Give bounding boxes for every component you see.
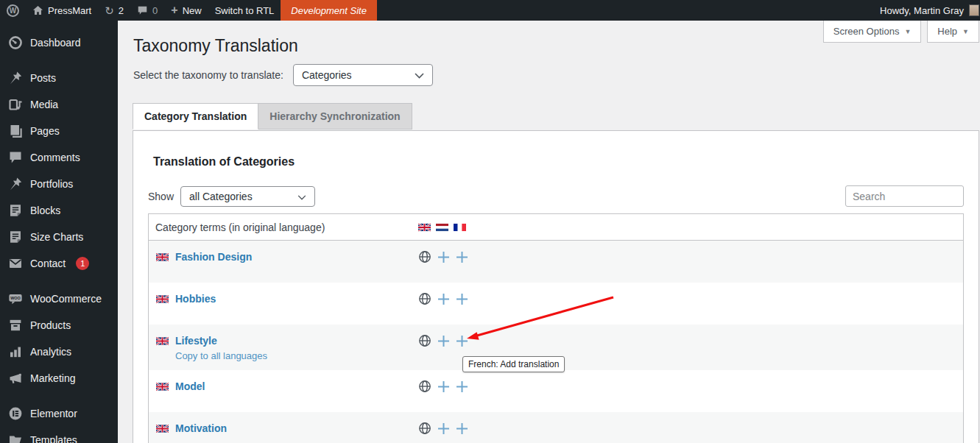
sidebar-menu: DashboardPostsMediaPagesCommentsPortfoli… (0, 29, 118, 443)
flag-en-icon (156, 337, 169, 345)
main-content: Screen Options ▼ Help ▼ Taxonomy Transla… (118, 21, 980, 443)
add-translation-nl-icon[interactable] (437, 250, 450, 263)
add-translation-nl-icon[interactable] (437, 380, 450, 393)
add-translation-fr-icon[interactable] (455, 250, 468, 263)
sidebar-item-label: Dashboard (30, 37, 81, 49)
term-link[interactable]: Lifestyle (175, 335, 217, 347)
wordpress-menu[interactable]: W (0, 0, 26, 21)
tooltip-french-add-translation: French: Add translation (462, 356, 565, 372)
sidebar-item-label: Comments (30, 152, 80, 163)
add-translation-nl-icon[interactable] (437, 334, 450, 347)
add-translation-fr-icon[interactable] (455, 380, 468, 393)
chevron-down-icon (415, 69, 424, 81)
admin-bar: W PressMart ↻ 2 0 + New Switch to RTL De… (0, 0, 980, 21)
switch-to-rtl-button[interactable]: Switch to RTL (208, 0, 281, 21)
original-language-globe-icon[interactable] (418, 292, 431, 305)
category-translation-panel: Translation of Categories Show all Categ… (133, 130, 979, 443)
plus-icon: + (171, 4, 177, 16)
avatar[interactable] (969, 4, 979, 16)
flag-fr-icon (454, 223, 466, 231)
pin-icon (8, 177, 23, 191)
original-language-globe-icon[interactable] (418, 422, 431, 435)
panel-heading: Translation of Categories (153, 155, 964, 169)
comments-button[interactable]: 0 (130, 0, 164, 21)
sidebar-item-woocommerce[interactable]: WOOWooCommerce (0, 286, 118, 312)
comments-count: 0 (152, 5, 158, 16)
flag-en-icon (418, 223, 431, 231)
term-link[interactable]: Hobbies (175, 293, 216, 305)
original-language-globe-icon[interactable] (418, 250, 431, 263)
howdy-text[interactable]: Howdy, Martin Gray (880, 5, 964, 16)
taxonomy-select[interactable]: Categories (293, 64, 433, 86)
admin-sidebar: DashboardPostsMediaPagesCommentsPortfoli… (0, 21, 118, 443)
media-icon (8, 97, 23, 112)
tab-bar: Category Translation Hierarchy Synchroni… (133, 103, 980, 130)
wordpress-logo-icon: W (7, 4, 19, 17)
flag-en-icon (156, 425, 169, 433)
new-label: New (183, 5, 202, 16)
add-translation-fr-icon[interactable] (455, 422, 468, 435)
sidebar-item-templates[interactable]: Templates (0, 427, 118, 443)
sidebar-item-media[interactable]: Media (0, 91, 118, 118)
help-button[interactable]: Help ▼ (927, 21, 979, 43)
sidebar-item-label: Templates (30, 434, 77, 443)
category-filter-select[interactable]: all Categories (180, 186, 315, 207)
sidebar-item-blocks[interactable]: Blocks (0, 197, 118, 224)
home-icon (32, 5, 43, 15)
chevron-down-icon: ▼ (962, 28, 969, 35)
new-button[interactable]: + New (164, 0, 208, 21)
elementor-icon (8, 406, 23, 421)
sidebar-item-label: Portfolios (30, 178, 73, 190)
site-link[interactable]: PressMart (26, 0, 98, 21)
term-link[interactable]: Fashion Design (175, 251, 252, 263)
sidebar-item-label: Marketing (30, 372, 75, 384)
copy-to-all-languages-link[interactable]: Copy to all languages (175, 350, 957, 361)
tab-category-translation[interactable]: Category Translation (133, 103, 258, 130)
add-translation-fr-icon[interactable] (455, 292, 468, 305)
sidebar-item-pages[interactable]: Pages (0, 118, 118, 144)
flag-nl-icon (436, 223, 448, 231)
svg-text:WOO: WOO (10, 296, 21, 300)
table-header: Category terms (in original language) (149, 214, 963, 241)
term-link[interactable]: Motivation (175, 422, 227, 434)
show-label: Show (148, 191, 174, 202)
sidebar-item-comments[interactable]: Comments (0, 144, 118, 171)
bubble-icon (8, 150, 23, 165)
site-name: PressMart (48, 5, 91, 16)
sidebar-item-portfolios[interactable]: Portfolios (0, 171, 118, 197)
original-language-globe-icon[interactable] (418, 380, 431, 393)
megaphone-icon (8, 371, 23, 386)
sidebar-item-label: Elementor (30, 408, 77, 419)
sidebar-item-label: Contact (30, 258, 66, 269)
sidebar-item-marketing[interactable]: Marketing (0, 365, 118, 391)
search-input[interactable] (845, 185, 964, 207)
dashboard-icon (8, 35, 23, 50)
sidebar-item-label: Size Charts (30, 231, 83, 243)
pin-icon (8, 71, 23, 85)
mail-icon (8, 256, 23, 271)
sidebar-item-size-charts[interactable]: Size Charts (0, 224, 118, 250)
add-translation-fr-icon[interactable] (455, 334, 468, 347)
tab-hierarchy-synchronization[interactable]: Hierarchy Synchronization (258, 103, 412, 130)
screen-meta: Screen Options ▼ Help ▼ (823, 21, 979, 43)
term-link[interactable]: Model (175, 380, 205, 392)
add-translation-nl-icon[interactable] (437, 292, 450, 305)
sidebar-item-label: Blocks (30, 205, 60, 216)
sidebar-item-analytics[interactable]: Analytics (0, 339, 118, 365)
environment-badge: Development Site (281, 0, 377, 21)
sidebar-item-products[interactable]: Products (0, 312, 118, 339)
sidebar-item-elementor[interactable]: Elementor (0, 400, 118, 427)
sidebar-item-dashboard[interactable]: Dashboard (0, 29, 118, 56)
taxonomy-select-label: Select the taxonomy to translate: (133, 69, 283, 81)
chevron-down-icon (297, 191, 306, 202)
original-language-globe-icon[interactable] (418, 334, 431, 347)
sidebar-item-posts[interactable]: Posts (0, 65, 118, 91)
table-row: Fashion Design (149, 241, 963, 283)
table-row: Model (149, 370, 963, 412)
sidebar-item-contact[interactable]: Contact1 (0, 250, 118, 277)
updates-button[interactable]: ↻ 2 (98, 0, 130, 21)
document-icon (8, 230, 23, 244)
updates-icon: ↻ (105, 5, 114, 16)
add-translation-nl-icon[interactable] (437, 422, 450, 435)
screen-options-button[interactable]: Screen Options ▼ (823, 21, 922, 43)
